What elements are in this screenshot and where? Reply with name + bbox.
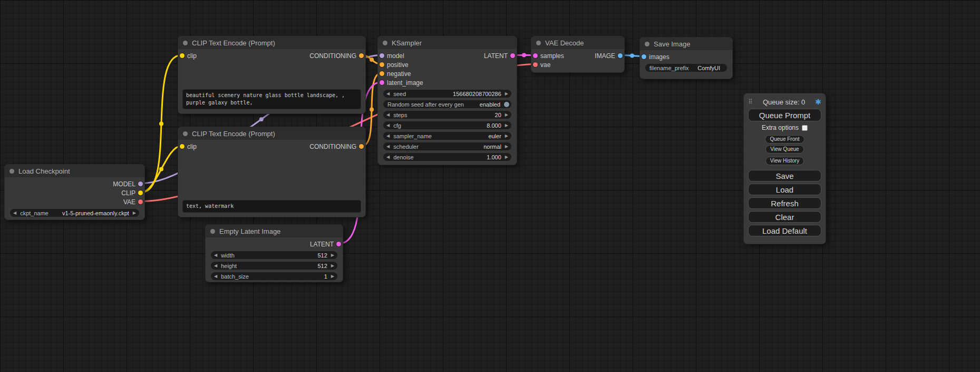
input-dot-images[interactable] xyxy=(642,54,646,59)
collapse-dot-icon[interactable] xyxy=(210,229,215,234)
output-dot-conditioning[interactable] xyxy=(359,53,364,58)
collapse-dot-icon[interactable] xyxy=(183,131,188,136)
history-button-row: View History xyxy=(748,155,821,165)
arrow-right-icon[interactable]: ▶ xyxy=(505,145,508,149)
input-dot-positive[interactable] xyxy=(380,62,384,67)
arrow-left-icon[interactable]: ◀ xyxy=(214,253,217,257)
node-graph-canvas[interactable]: Load Checkpoint MODEL CLIP VAE ◀ ckpt_na… xyxy=(0,0,980,372)
input-dot-model[interactable] xyxy=(380,53,384,58)
arrow-left-icon[interactable]: ◀ xyxy=(214,264,217,268)
prompt-textarea[interactable]: text, watermark xyxy=(182,200,361,213)
refresh-button[interactable]: Refresh xyxy=(748,197,821,209)
node-header[interactable]: CLIP Text Encode (Prompt) xyxy=(178,127,365,140)
toggle-knob[interactable] xyxy=(504,102,509,107)
wire-midpoint-dot[interactable] xyxy=(630,54,634,58)
load-default-button[interactable]: Load Default xyxy=(748,225,821,236)
output-dot-model[interactable] xyxy=(138,182,143,186)
input-slot-negative: negative xyxy=(378,69,517,78)
widget-scheduler[interactable]: ◀ scheduler normal ▶ xyxy=(383,142,511,150)
arrow-left-icon[interactable]: ◀ xyxy=(386,113,390,117)
node-header[interactable]: Load Checkpoint xyxy=(5,165,144,177)
widget-random-seed-toggle[interactable]: Random seed after every gen enabled xyxy=(383,100,511,108)
collapse-dot-icon[interactable] xyxy=(536,41,541,45)
wire-midpoint-dot[interactable] xyxy=(370,58,374,62)
widget-filename-prefix[interactable]: filename_prefix ComfyUI xyxy=(645,64,727,72)
arrow-right-icon[interactable]: ▶ xyxy=(505,113,508,117)
view-queue-button[interactable]: View Queue xyxy=(765,145,803,154)
node-clip-text-encode-positive[interactable]: CLIP Text Encode (Prompt) clip CONDITION… xyxy=(178,36,366,114)
input-dot-latent-image[interactable] xyxy=(380,80,384,85)
widget-batch-size[interactable]: ◀ batch_size 1 ▶ xyxy=(211,272,337,280)
widget-seed[interactable]: ◀ seed 156680208700286 ▶ xyxy=(383,90,511,98)
arrow-right-icon[interactable]: ▶ xyxy=(331,253,334,257)
node-header[interactable]: Save Image xyxy=(640,37,732,50)
wire-midpoint-dot[interactable] xyxy=(159,122,163,126)
save-button[interactable]: Save xyxy=(748,170,821,182)
node-header[interactable]: KSampler xyxy=(378,36,517,49)
output-dot-conditioning[interactable] xyxy=(359,144,364,149)
arrow-right-icon[interactable]: ▶ xyxy=(331,264,334,268)
widget-ckpt-name[interactable]: ◀ ckpt_name v1-5-pruned-emaonly.ckpt ▶ xyxy=(10,209,139,217)
arrow-right-icon[interactable]: ▶ xyxy=(505,155,508,159)
extra-options-checkbox[interactable] xyxy=(802,125,808,131)
collapse-dot-icon[interactable] xyxy=(9,169,14,174)
widget-value: normal xyxy=(483,144,501,150)
wire-midpoint-dot[interactable] xyxy=(370,108,374,112)
wire-midpoint-dot[interactable] xyxy=(522,53,526,58)
node-header[interactable]: VAE Decode xyxy=(531,36,624,49)
arrow-left-icon[interactable]: ◀ xyxy=(386,134,390,138)
input-dot-samples[interactable] xyxy=(533,53,538,58)
arrow-left-icon[interactable]: ◀ xyxy=(13,211,16,215)
queue-front-button[interactable]: Queue Front xyxy=(765,135,804,144)
input-dot-vae[interactable] xyxy=(533,62,538,67)
widget-sampler-name[interactable]: ◀ sampler_name euler ▶ xyxy=(383,132,511,140)
collapse-dot-icon[interactable] xyxy=(645,42,649,46)
arrow-right-icon[interactable]: ▶ xyxy=(505,134,508,138)
input-dot-clip[interactable] xyxy=(180,144,185,149)
arrow-left-icon[interactable]: ◀ xyxy=(214,274,217,279)
node-header[interactable]: Empty Latent Image xyxy=(206,225,343,237)
widget-width[interactable]: ◀ width 512 ▶ xyxy=(211,251,337,259)
drag-handle-icon[interactable]: ⠿ xyxy=(748,98,753,106)
collapse-dot-icon[interactable] xyxy=(183,41,188,45)
arrow-left-icon[interactable]: ◀ xyxy=(386,123,390,128)
load-button[interactable]: Load xyxy=(748,184,821,195)
arrow-left-icon[interactable]: ◀ xyxy=(386,155,390,159)
slot-label: LATENT xyxy=(484,52,508,60)
widget-steps[interactable]: ◀ steps 20 ▶ xyxy=(383,111,511,119)
arrow-right-icon[interactable]: ▶ xyxy=(133,211,136,215)
widget-cfg[interactable]: ◀ cfg 8.000 ▶ xyxy=(383,121,511,129)
output-dot-latent[interactable] xyxy=(336,242,341,246)
widget-height[interactable]: ◀ height 512 ▶ xyxy=(211,262,337,270)
arrow-right-icon[interactable]: ▶ xyxy=(505,92,508,96)
arrow-left-icon[interactable]: ◀ xyxy=(386,92,390,96)
widget-denoise[interactable]: ◀ denoise 1.000 ▶ xyxy=(383,153,511,161)
input-dot-clip[interactable] xyxy=(180,53,185,58)
node-clip-text-encode-negative[interactable]: CLIP Text Encode (Prompt) clip CONDITION… xyxy=(178,127,366,217)
node-empty-latent-image[interactable]: Empty Latent Image LATENT ◀ width 512 ▶ … xyxy=(205,224,343,282)
node-title: CLIP Text Encode (Prompt) xyxy=(192,39,275,47)
settings-gear-icon[interactable]: ✱ xyxy=(815,98,821,106)
output-dot-vae[interactable] xyxy=(138,199,143,204)
output-dot-image[interactable] xyxy=(618,53,623,58)
wire-midpoint-dot[interactable] xyxy=(259,117,264,121)
wire-midpoint-dot[interactable] xyxy=(159,167,163,171)
queue-prompt-button[interactable]: Queue Prompt xyxy=(748,109,821,121)
collapse-dot-icon[interactable] xyxy=(383,41,387,45)
arrow-left-icon[interactable]: ◀ xyxy=(386,145,390,149)
arrow-right-icon[interactable]: ▶ xyxy=(505,123,508,128)
node-save-image[interactable]: Save Image images filename_prefix ComfyU… xyxy=(639,37,733,79)
clear-button[interactable]: Clear xyxy=(748,211,821,223)
node-load-checkpoint[interactable]: Load Checkpoint MODEL CLIP VAE ◀ ckpt_na… xyxy=(4,164,145,220)
output-dot-clip[interactable] xyxy=(138,190,143,195)
arrow-right-icon[interactable]: ▶ xyxy=(331,274,334,279)
node-ksampler[interactable]: KSampler model LATENT positive negative … xyxy=(377,36,517,165)
view-history-button[interactable]: View History xyxy=(765,157,804,165)
input-dot-negative[interactable] xyxy=(380,71,384,76)
node-header[interactable]: CLIP Text Encode (Prompt) xyxy=(178,36,365,49)
prompt-textarea[interactable]: beautiful scenery nature glass bottle la… xyxy=(182,89,361,109)
output-dot-latent[interactable] xyxy=(510,53,515,58)
slot-row-samples-image: samples IMAGE xyxy=(531,51,624,60)
node-vae-decode[interactable]: VAE Decode samples IMAGE vae xyxy=(531,36,625,73)
slot-label: latent_image xyxy=(387,79,423,87)
